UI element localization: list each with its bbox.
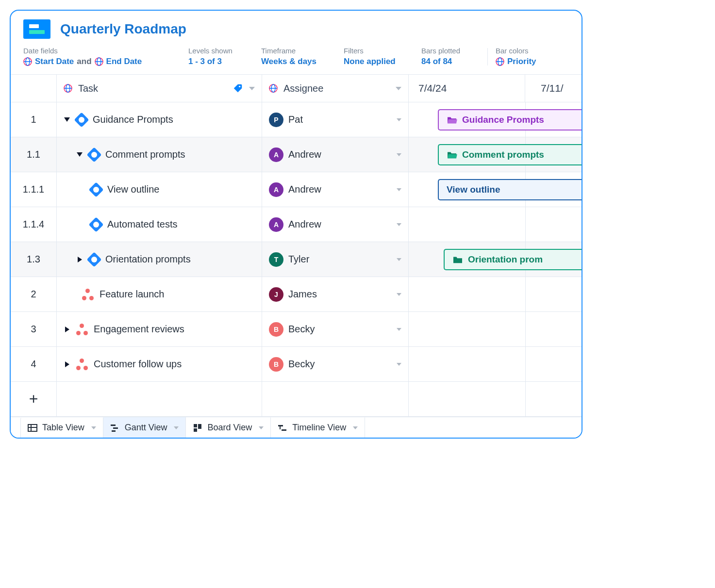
assignee-cell[interactable]: B Becky [262, 347, 409, 382]
chevron-down-icon[interactable] [91, 426, 96, 429]
settings-bar: Date fields Start Date and End Date Leve… [11, 44, 582, 75]
task-cell[interactable]: View outline [57, 172, 262, 207]
timeline-cell[interactable]: Orientation prom [409, 242, 582, 277]
gantt-icon [110, 423, 120, 433]
assignee-cell[interactable]: J James [262, 277, 409, 312]
gantt-bar-guidance[interactable]: Guidance Prompts [438, 109, 582, 131]
assignee-cell[interactable]: T Tyler [262, 242, 409, 277]
empty-cell [262, 382, 409, 417]
setting-filters[interactable]: Filters None applied [344, 47, 421, 66]
gantt-bar-orientation[interactable]: Orientation prom [444, 249, 582, 270]
timeline-cell[interactable]: Guidance Prompts [409, 102, 582, 137]
table-icon [28, 423, 37, 433]
chevron-down-icon[interactable] [397, 363, 401, 366]
task-name: Automated tests [107, 219, 178, 230]
chevron-down-icon[interactable] [397, 258, 401, 261]
svg-rect-21 [112, 430, 116, 432]
gantt-bar-label: Guidance Prompts [462, 114, 544, 125]
chevron-down-icon[interactable] [353, 426, 358, 429]
timeline-cell[interactable]: View outline [409, 172, 582, 207]
timeline-cell [409, 382, 582, 417]
tag-icon[interactable] [233, 83, 243, 94]
avatar: A [269, 182, 283, 197]
diamond-icon [88, 182, 103, 197]
assignee-cell[interactable]: P Pat [262, 102, 409, 137]
task-cell[interactable]: Customer follow ups [57, 347, 262, 382]
dots-icon [82, 289, 94, 300]
view-tabs: Table View Gantt View Board View Timelin… [11, 417, 582, 438]
task-cell[interactable]: Guidance Prompts [57, 102, 262, 137]
tab-gantt-view[interactable]: Gantt View [103, 417, 186, 438]
timeline-cell[interactable] [409, 347, 582, 382]
setting-label: Bars plotted [421, 47, 470, 55]
task-cell[interactable]: Automated tests [57, 207, 262, 242]
gantt-bar-label: Orientation prom [468, 254, 543, 265]
assignee-cell[interactable]: A Andrew [262, 137, 409, 172]
expand-toggle[interactable] [76, 256, 83, 263]
setting-label: Filters [344, 47, 412, 55]
assignee-cell[interactable]: B Becky [262, 312, 409, 347]
assignee-name: Becky [288, 324, 315, 335]
chevron-down-icon[interactable] [249, 87, 255, 90]
tab-timeline-view[interactable]: Timeline View [271, 417, 365, 438]
timeline-header: 7/4/24 7/11/ [409, 75, 582, 102]
task-cell[interactable]: Feature launch [57, 277, 262, 312]
setting-date-fields[interactable]: Date fields Start Date and End Date [23, 47, 188, 66]
gantt-bar-comment[interactable]: Comment prompts [438, 144, 582, 165]
task-name: Guidance Prompts [93, 114, 173, 125]
chevron-down-icon[interactable] [397, 153, 401, 156]
assignee-name: Becky [288, 359, 315, 370]
timeline-icon [278, 423, 287, 433]
task-cell[interactable]: Engagement reviews [57, 312, 262, 347]
avatar: A [269, 147, 283, 162]
chevron-down-icon[interactable] [397, 223, 401, 226]
chevron-down-icon[interactable] [397, 293, 401, 296]
tab-board-view[interactable]: Board View [186, 417, 271, 438]
setting-label: Date fields [23, 47, 179, 55]
row-number: 4 [11, 347, 57, 382]
timeline-cell[interactable] [409, 277, 582, 312]
add-row-button[interactable]: + [11, 382, 57, 417]
chevron-down-icon[interactable] [397, 328, 401, 331]
setting-levels[interactable]: Levels shown 1 - 3 of 3 [188, 47, 261, 66]
timeline-cell[interactable]: Comment prompts [409, 137, 582, 172]
expand-toggle[interactable] [76, 151, 83, 158]
chevron-down-icon[interactable] [397, 188, 401, 191]
assignee-cell[interactable]: A Andrew [262, 207, 409, 242]
task-cell[interactable]: Comment prompts [57, 137, 262, 172]
row-number: 3 [11, 312, 57, 347]
task-name: Feature launch [100, 289, 164, 300]
assignee-cell[interactable]: A Andrew [262, 172, 409, 207]
chevron-down-icon[interactable] [259, 426, 264, 429]
gantt-bar-view[interactable]: View outline [438, 179, 582, 200]
task-cell[interactable]: Orientation prompts [57, 242, 262, 277]
gantt-bar-label: Comment prompts [462, 149, 544, 160]
tab-table-view[interactable]: Table View [20, 417, 103, 438]
assignee-name: Tyler [288, 254, 309, 265]
expand-toggle[interactable] [64, 116, 70, 123]
task-grid: Task Assignee 7/4/24 7/11/ 1 [11, 75, 582, 417]
expand-toggle[interactable] [64, 361, 70, 368]
task-name: Comment prompts [105, 149, 185, 160]
setting-bars-plotted[interactable]: Bars plotted 84 of 84 [421, 47, 480, 66]
chevron-down-icon[interactable] [174, 426, 179, 429]
svg-rect-20 [113, 427, 118, 429]
column-header-task[interactable]: Task [57, 75, 262, 102]
bars-value: 84 of 84 [421, 57, 452, 66]
expand-toggle[interactable] [64, 326, 70, 333]
setting-bar-colors[interactable]: Bar colors Priority [496, 47, 564, 66]
setting-timeframe[interactable]: Timeframe Weeks & days [261, 47, 344, 66]
chevron-down-icon[interactable] [397, 118, 401, 121]
colors-value: Priority [507, 57, 536, 66]
chevron-down-icon[interactable] [396, 87, 401, 90]
tab-label: Table View [42, 423, 84, 433]
globe-icon [95, 57, 103, 66]
timeline-date: 7/4/24 [409, 75, 525, 102]
svg-rect-19 [111, 425, 116, 426]
column-header-assignee[interactable]: Assignee [262, 75, 409, 102]
assignee-name: Andrew [288, 184, 321, 195]
timeline-cell[interactable] [409, 207, 582, 242]
avatar: J [269, 287, 283, 302]
timeline-cell[interactable] [409, 312, 582, 347]
row-number: 1 [11, 102, 57, 137]
